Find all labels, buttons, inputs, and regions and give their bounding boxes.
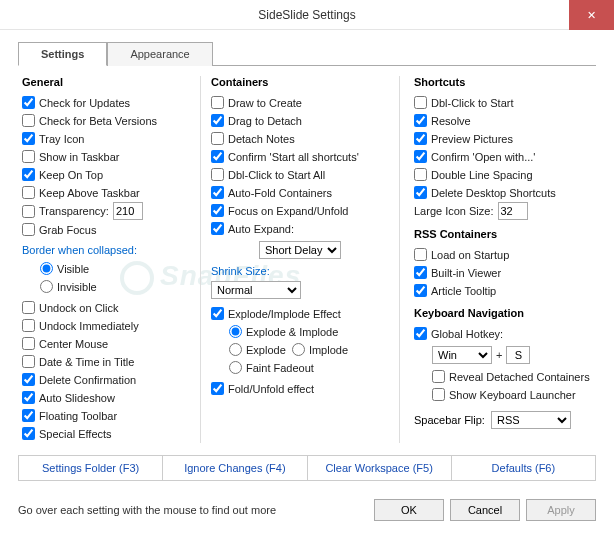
- auto-slideshow-checkbox[interactable]: [22, 391, 35, 404]
- keep-on-top-label: Keep On Top: [39, 169, 103, 181]
- drag-detach-checkbox[interactable]: [211, 114, 224, 127]
- preview-pictures-checkbox[interactable]: [414, 132, 427, 145]
- invisible-radio[interactable]: [40, 280, 53, 293]
- faint-fadeout-label: Faint Fadeout: [246, 362, 314, 374]
- center-mouse-checkbox[interactable]: [22, 337, 35, 350]
- special-effects-checkbox[interactable]: [22, 427, 35, 440]
- transparency-checkbox[interactable]: [22, 205, 35, 218]
- explode-implode-label: Explode & Implode: [246, 326, 338, 338]
- draw-create-checkbox[interactable]: [211, 96, 224, 109]
- show-launcher-checkbox[interactable]: [432, 388, 445, 401]
- delete-confirmation-checkbox[interactable]: [22, 373, 35, 386]
- auto-expand-checkbox[interactable]: [211, 222, 224, 235]
- bottom-links: Settings Folder (F3) Ignore Changes (F4)…: [18, 455, 596, 481]
- keep-above-taskbar-label: Keep Above Taskbar: [39, 187, 140, 199]
- clear-workspace-link[interactable]: Clear Workspace (F5): [308, 456, 452, 480]
- dblclick-start-all-checkbox[interactable]: [211, 168, 224, 181]
- large-icon-input[interactable]: [498, 202, 528, 220]
- explode-label: Explode: [246, 344, 286, 356]
- delete-desktop-checkbox[interactable]: [414, 186, 427, 199]
- border-collapsed-heading: Border when collapsed:: [22, 244, 192, 256]
- builtin-viewer-checkbox[interactable]: [414, 266, 427, 279]
- explode-radio[interactable]: [229, 343, 242, 356]
- show-taskbar-checkbox[interactable]: [22, 150, 35, 163]
- keynav-heading: Keyboard Navigation: [414, 307, 592, 319]
- visible-radio[interactable]: [40, 262, 53, 275]
- drag-detach-label: Drag to Detach: [228, 115, 302, 127]
- detach-notes-checkbox[interactable]: [211, 132, 224, 145]
- ignore-changes-link[interactable]: Ignore Changes (F4): [163, 456, 307, 480]
- close-button[interactable]: ✕: [569, 0, 614, 30]
- plus-icon: +: [496, 349, 502, 361]
- keep-on-top-checkbox[interactable]: [22, 168, 35, 181]
- confirm-start-all-checkbox[interactable]: [211, 150, 224, 163]
- undock-click-label: Undock on Click: [39, 302, 118, 314]
- close-icon: ✕: [587, 9, 596, 22]
- containers-heading: Containers: [211, 76, 389, 88]
- explode-implode-radio[interactable]: [229, 325, 242, 338]
- draw-create-label: Draw to Create: [228, 97, 302, 109]
- hotkey-mod-select[interactable]: Win: [432, 346, 492, 364]
- keep-above-taskbar-checkbox[interactable]: [22, 186, 35, 199]
- undock-immediately-checkbox[interactable]: [22, 319, 35, 332]
- shrink-size-heading: Shrink Size:: [211, 265, 389, 277]
- double-line-label: Double Line Spacing: [431, 169, 533, 181]
- check-beta-checkbox[interactable]: [22, 114, 35, 127]
- hotkey-key-input[interactable]: [506, 346, 530, 364]
- shortcuts-heading: Shortcuts: [414, 76, 592, 88]
- delete-desktop-label: Delete Desktop Shortcuts: [431, 187, 556, 199]
- titlebar: SideSlide Settings ✕: [0, 0, 614, 30]
- faint-fadeout-radio[interactable]: [229, 361, 242, 374]
- focus-expand-checkbox[interactable]: [211, 204, 224, 217]
- shrink-size-select[interactable]: Normal: [211, 281, 301, 299]
- special-effects-label: Special Effects: [39, 428, 112, 440]
- reveal-detached-checkbox[interactable]: [432, 370, 445, 383]
- floating-toolbar-checkbox[interactable]: [22, 409, 35, 422]
- explode-effect-checkbox[interactable]: [211, 307, 224, 320]
- load-startup-checkbox[interactable]: [414, 248, 427, 261]
- implode-radio[interactable]: [292, 343, 305, 356]
- tray-icon-label: Tray Icon: [39, 133, 84, 145]
- resolve-checkbox[interactable]: [414, 114, 427, 127]
- confirm-start-all-label: Confirm 'Start all shortcuts': [228, 151, 359, 163]
- footer: Go over each setting with the mouse to f…: [0, 489, 614, 533]
- fold-unfold-label: Fold/Unfold effect: [228, 383, 314, 395]
- confirm-openwith-checkbox[interactable]: [414, 150, 427, 163]
- global-hotkey-label: Global Hotkey:: [431, 328, 503, 340]
- cancel-button[interactable]: Cancel: [450, 499, 520, 521]
- dblclick-start-checkbox[interactable]: [414, 96, 427, 109]
- autofold-label: Auto-Fold Containers: [228, 187, 332, 199]
- tray-icon-checkbox[interactable]: [22, 132, 35, 145]
- tab-settings[interactable]: Settings: [18, 42, 107, 66]
- tab-appearance[interactable]: Appearance: [107, 42, 212, 66]
- spacebar-flip-select[interactable]: RSS: [491, 411, 571, 429]
- ok-button[interactable]: OK: [374, 499, 444, 521]
- date-time-checkbox[interactable]: [22, 355, 35, 368]
- grab-focus-checkbox[interactable]: [22, 223, 35, 236]
- check-updates-label: Check for Updates: [39, 97, 130, 109]
- global-hotkey-checkbox[interactable]: [414, 327, 427, 340]
- autofold-checkbox[interactable]: [211, 186, 224, 199]
- auto-expand-select[interactable]: Short Delay: [259, 241, 341, 259]
- general-heading: General: [22, 76, 192, 88]
- defaults-link[interactable]: Defaults (F6): [452, 456, 595, 480]
- resolve-label: Resolve: [431, 115, 471, 127]
- article-tooltip-checkbox[interactable]: [414, 284, 427, 297]
- window-title: SideSlide Settings: [258, 8, 355, 22]
- builtin-viewer-label: Built-in Viewer: [431, 267, 501, 279]
- double-line-checkbox[interactable]: [414, 168, 427, 181]
- confirm-openwith-label: Confirm 'Open with...': [431, 151, 535, 163]
- transparency-input[interactable]: [113, 202, 143, 220]
- auto-expand-label: Auto Expand:: [228, 223, 294, 235]
- auto-slideshow-label: Auto Slideshow: [39, 392, 115, 404]
- check-updates-checkbox[interactable]: [22, 96, 35, 109]
- rss-heading: RSS Containers: [414, 228, 592, 240]
- apply-button[interactable]: Apply: [526, 499, 596, 521]
- show-launcher-label: Show Keyboard Launcher: [449, 389, 576, 401]
- focus-expand-label: Focus on Expand/Unfold: [228, 205, 348, 217]
- dblclick-start-all-label: Dbl-Click to Start All: [228, 169, 325, 181]
- settings-folder-link[interactable]: Settings Folder (F3): [19, 456, 163, 480]
- fold-unfold-checkbox[interactable]: [211, 382, 224, 395]
- undock-click-checkbox[interactable]: [22, 301, 35, 314]
- explode-effect-label: Explode/Implode Effect: [228, 308, 341, 320]
